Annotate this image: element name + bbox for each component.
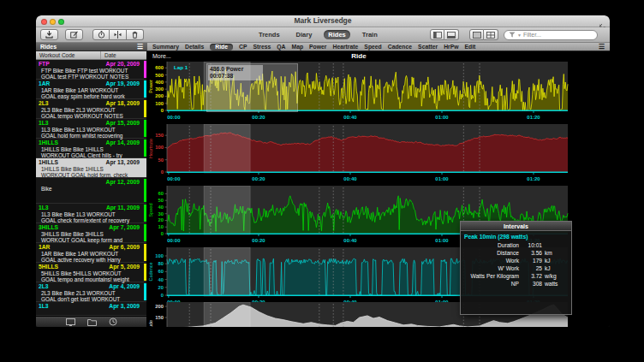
stat-label: Watts Per Kilogram bbox=[461, 272, 522, 280]
svg-text:00:40: 00:40 bbox=[343, 115, 357, 120]
perspective-tab-train[interactable]: Train bbox=[358, 30, 382, 39]
ride-row[interactable]: FTPApr 20, 2009FTP Bike Bike FTP test WO… bbox=[36, 60, 146, 80]
svg-text:20: 20 bbox=[158, 217, 164, 223]
view-tab-stress[interactable]: Stress bbox=[253, 44, 271, 50]
interval-stat-row: Watts Per Kilogram3.72w/kg bbox=[461, 272, 571, 280]
ride-description-line: 1HILLS Bike Bike 1HILLS bbox=[39, 146, 144, 152]
svg-text:200: 200 bbox=[155, 93, 164, 98]
ride-code: 1HILLS bbox=[39, 159, 58, 166]
sidebar-toggle-button[interactable] bbox=[430, 29, 444, 40]
column-date[interactable]: Date bbox=[101, 52, 116, 58]
svg-text:50: 50 bbox=[158, 198, 164, 203]
download-button[interactable] bbox=[40, 29, 58, 40]
stat-unit: kJ bbox=[545, 257, 570, 264]
stopwatch-button[interactable] bbox=[92, 29, 110, 40]
ride-row[interactable]: 2L3Apr 4, 20092L3 Bike Bike 2L3 WORKOUTG… bbox=[36, 282, 146, 302]
sidebar-title: Rides bbox=[40, 44, 57, 50]
ride-description-line: Bike bbox=[39, 186, 144, 192]
view-tabs: SummaryDetailsRideCPStressQAMapPowerHear… bbox=[147, 43, 610, 51]
stat-unit: km bbox=[545, 249, 570, 257]
intervals-popup-title[interactable]: Intervals bbox=[461, 222, 571, 231]
ride-date: Apr 6, 2009 bbox=[109, 244, 144, 251]
ride-color-strip bbox=[144, 139, 146, 157]
svg-text:150: 150 bbox=[155, 315, 164, 320]
ride-color-strip bbox=[144, 61, 146, 78]
column-workout-code[interactable]: Workout Code bbox=[36, 51, 101, 59]
ride-code: 1L3 bbox=[39, 205, 49, 211]
ride-row[interactable]: 1L3Apr 11, 20091L3 Bike Bike 1L3 WORKOUT… bbox=[36, 204, 146, 223]
chevron-down-icon: ▼ bbox=[517, 33, 522, 38]
svg-text:01:20: 01:20 bbox=[527, 115, 540, 120]
ride-description-line: 5HILLS Bike 5HILLS WORKOUT bbox=[39, 270, 144, 276]
ride-list: FTPApr 20, 2009FTP Bike Bike FTP test WO… bbox=[36, 60, 146, 316]
view-tab-speed[interactable]: Speed bbox=[364, 44, 381, 50]
ride-date: Apr 20, 2009 bbox=[106, 61, 144, 68]
stat-unit: w/kg bbox=[545, 272, 570, 280]
view-tab-scatter[interactable]: Scatter bbox=[418, 44, 438, 50]
lowbar-toggle-button[interactable] bbox=[444, 29, 459, 40]
filter-placeholder: Filter... bbox=[523, 32, 541, 38]
view-tab-map[interactable]: Map bbox=[291, 44, 303, 50]
splitview-button[interactable] bbox=[110, 29, 127, 40]
tiled-view-button[interactable] bbox=[484, 29, 498, 40]
view-tab-power[interactable]: Power bbox=[309, 44, 326, 50]
ride-row[interactable]: Apr 12, 2009Bike bbox=[36, 178, 146, 204]
stat-value: 308 bbox=[522, 280, 545, 288]
ride-row[interactable]: 1HILLSApr 14, 20091HILLS Bike Bike 1HILL… bbox=[36, 139, 146, 158]
ride-row[interactable]: 5HILLSApr 5, 20095HILLS Bike 5HILLS WORK… bbox=[36, 263, 146, 282]
svg-text:400: 400 bbox=[155, 80, 164, 85]
ride-row[interactable]: 1ARApr 19, 20091AR Bike Bike 1AR WORKOUT… bbox=[36, 80, 146, 99]
svg-text:00:20: 00:20 bbox=[252, 238, 265, 243]
svg-text:00:40: 00:40 bbox=[343, 238, 357, 243]
view-tab-edit[interactable]: Edit bbox=[465, 44, 476, 50]
view-tab-heartrate[interactable]: Heartrate bbox=[332, 44, 358, 50]
ride-date: Apr 4, 2009 bbox=[109, 283, 144, 290]
folder-icon[interactable] bbox=[87, 318, 97, 326]
view-tab-cadence[interactable]: Cadence bbox=[388, 44, 412, 50]
svg-text:40: 40 bbox=[158, 205, 164, 210]
view-tab-hrpw[interactable]: HrPw bbox=[444, 44, 458, 50]
filter-input[interactable]: ▼ Filter... bbox=[504, 30, 598, 40]
ride-color-strip bbox=[144, 283, 146, 300]
ride-row[interactable]: 3HILLSApr 7, 20093HILLS Bike Bike 3HILLS… bbox=[36, 223, 146, 243]
stat-unit: watts bbox=[545, 280, 570, 288]
ride-row[interactable]: 1L3Apr 3, 2009 bbox=[36, 302, 146, 316]
view-tab-cp[interactable]: CP bbox=[239, 44, 247, 50]
stat-unit: kJ bbox=[545, 264, 570, 272]
perspective-tab-rides[interactable]: Rides bbox=[324, 30, 349, 39]
ride-description-line: FTP Bike Bike FTP test WORKOUT bbox=[39, 68, 144, 74]
tooltip-power-value: 486.0 Power bbox=[210, 66, 261, 73]
svg-text:40: 40 bbox=[158, 277, 164, 282]
view-tab-ride[interactable]: Ride bbox=[210, 44, 233, 50]
ride-date: Apr 3, 2009 bbox=[109, 303, 144, 310]
ride-code: 1HILLS bbox=[39, 139, 58, 146]
perspective-tab-diary[interactable]: Diary bbox=[292, 30, 317, 39]
perspective-tab-trends[interactable]: Trends bbox=[254, 30, 284, 39]
ride-row[interactable]: 1HILLSApr 13, 20091HILLS Bike Bike 1HILL… bbox=[36, 158, 146, 178]
ride-row[interactable]: 1ARApr 6, 20091AR Bike Bike 1AR WORKOUTG… bbox=[36, 243, 146, 263]
svg-text:00:00: 00:00 bbox=[167, 115, 181, 120]
chart-menu-icon[interactable]: ☰ bbox=[599, 44, 605, 50]
compose-button[interactable] bbox=[65, 29, 83, 40]
view-tab-qa[interactable]: QA bbox=[277, 44, 285, 50]
tooltip-time-value: 00:07:38 bbox=[210, 73, 261, 80]
trash-button[interactable] bbox=[127, 29, 144, 40]
ride-code: FTP bbox=[39, 61, 50, 68]
axis-title-power: Power bbox=[148, 80, 153, 93]
ride-description-line: 2L3 Bike Bike 2L3 WORKOUT bbox=[39, 107, 144, 113]
svg-text:20: 20 bbox=[158, 285, 164, 290]
ride-row[interactable]: 2L3Apr 18, 20092L3 Bike Bike 2L3 WORKOUT… bbox=[36, 99, 146, 119]
svg-text:50: 50 bbox=[158, 157, 164, 163]
screen-icon[interactable] bbox=[66, 318, 75, 326]
ride-row[interactable]: 1L3Apr 15, 20091L3 Bike Bike 1L3 WORKOUT… bbox=[36, 119, 146, 139]
ride-date: Apr 7, 2009 bbox=[109, 224, 144, 231]
sidebar-menu-icon[interactable]: ☰ bbox=[137, 44, 143, 50]
ride-date: Apr 15, 2009 bbox=[106, 120, 144, 127]
clock-icon[interactable] bbox=[109, 317, 117, 326]
view-tab-summary[interactable]: Summary bbox=[152, 44, 179, 50]
view-tab-details[interactable]: Details bbox=[185, 44, 204, 50]
ride-color-strip bbox=[144, 224, 146, 241]
tabbed-view-button[interactable] bbox=[469, 29, 484, 40]
axis-title-cadence: Cadence bbox=[148, 262, 153, 281]
chart-heartrate[interactable]: 150100500Heartrate00:0000:2000:4001:0001… bbox=[147, 124, 610, 183]
